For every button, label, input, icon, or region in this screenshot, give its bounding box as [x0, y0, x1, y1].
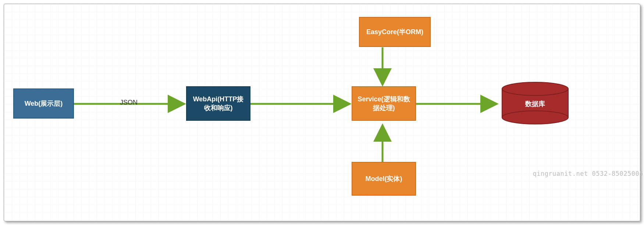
node-service: Service(逻辑和数据处理)	[352, 86, 416, 121]
service-label: Service(逻辑和数据处理)	[356, 95, 412, 113]
webapi-label: WebApi(HTTP接收和响应)	[191, 95, 246, 113]
easycore-label: EasyCore(半ORM)	[366, 28, 423, 36]
edge-label-json: JSON	[120, 99, 138, 106]
connections-layer: 数据库	[4, 4, 641, 222]
watermark-text: qingruanit.net 0532-85025005	[533, 170, 643, 177]
svg-point-0	[502, 82, 568, 95]
node-easycore: EasyCore(半ORM)	[359, 17, 431, 47]
node-web: Web(展示层)	[13, 88, 74, 119]
node-model: Model(实体)	[352, 162, 416, 196]
diagram-canvas: 数据库 Web(展示层) WebApi(HTTP接收和响应) Service(逻…	[4, 4, 640, 221]
svg-point-4	[502, 111, 568, 124]
database-label: 数据库	[525, 100, 545, 108]
svg-rect-1	[502, 89, 568, 117]
web-label: Web(展示层)	[25, 99, 63, 108]
node-webapi: WebApi(HTTP接收和响应)	[186, 86, 250, 121]
model-label: Model(实体)	[366, 174, 402, 183]
node-database: 数据库	[502, 82, 568, 124]
